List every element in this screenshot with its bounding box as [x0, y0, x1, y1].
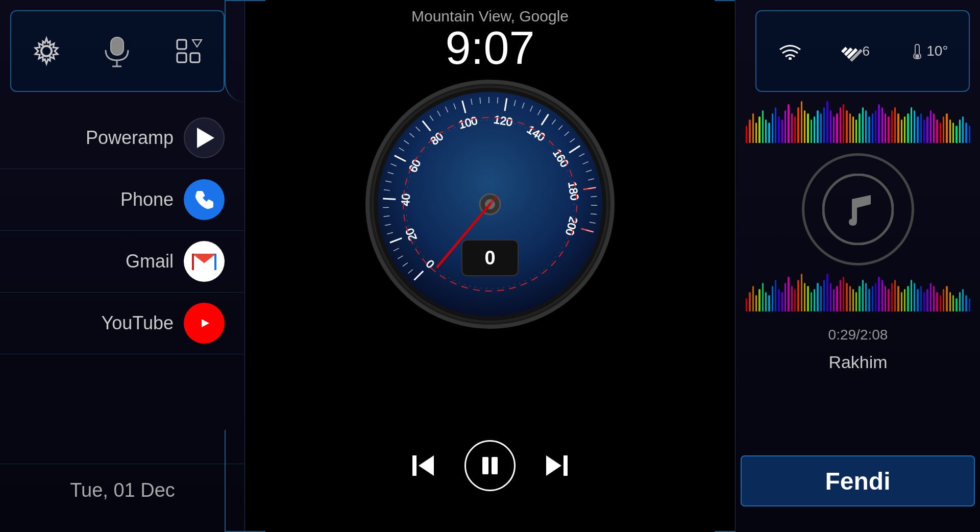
- song-name: Fendi: [825, 467, 891, 495]
- signal-count: 6: [863, 43, 870, 59]
- song-band[interactable]: Fendi: [741, 455, 975, 506]
- phone-icon[interactable]: [184, 179, 225, 220]
- phone-app-item[interactable]: Phone: [0, 169, 245, 231]
- next-button[interactable]: [541, 450, 572, 481]
- svg-rect-4: [177, 40, 186, 49]
- temperature-text: 10°: [926, 43, 948, 59]
- media-controls: [408, 440, 572, 491]
- gmail-icon[interactable]: [184, 241, 225, 282]
- svg-rect-1: [111, 37, 124, 55]
- center-panel: Mountain View, Google 9:07: [245, 0, 735, 532]
- svg-marker-103: [546, 455, 561, 476]
- signal-strength: 6: [844, 43, 870, 59]
- poweramp-icon[interactable]: [184, 117, 225, 158]
- pause-button[interactable]: [464, 440, 516, 491]
- right-curve-bottom-deco: [225, 430, 265, 532]
- svg-point-111: [823, 175, 893, 244]
- youtube-app-item[interactable]: YouTube: [0, 293, 245, 354]
- svg-rect-104: [564, 455, 568, 476]
- music-icon-area[interactable]: [802, 153, 914, 265]
- artist-text: Rakhim: [736, 352, 980, 372]
- svg-rect-101: [482, 457, 488, 474]
- svg-text:0: 0: [484, 247, 495, 269]
- youtube-label: YouTube: [102, 312, 174, 334]
- equalizer-bottom: [746, 271, 970, 311]
- svg-point-0: [41, 46, 52, 56]
- svg-line-86: [591, 197, 597, 197]
- svg-marker-99: [419, 455, 434, 476]
- left-panel: Poweramp Phone Gmail: [0, 0, 245, 532]
- poweramp-app-item[interactable]: Poweramp: [0, 107, 245, 169]
- gmail-app-item[interactable]: Gmail: [0, 231, 245, 293]
- date-text: Tue, 01 Dec: [70, 479, 175, 501]
- gmail-label: Gmail: [126, 251, 174, 272]
- equalizer-top: [746, 102, 970, 143]
- phone-label: Phone: [120, 189, 174, 210]
- svg-line-50: [383, 199, 390, 199]
- play-triangle: [197, 128, 214, 148]
- grid-button[interactable]: [170, 33, 206, 69]
- svg-rect-100: [412, 455, 416, 476]
- top-center: Mountain View, Google 9:07: [245, 0, 735, 71]
- svg-point-110: [915, 54, 919, 58]
- temperature-display: 10°: [911, 42, 948, 60]
- top-bar-right: 6 10°: [755, 10, 970, 92]
- date-display: Tue, 01 Dec: [0, 464, 245, 501]
- svg-rect-102: [492, 457, 498, 474]
- top-toolbar-left: [10, 10, 225, 92]
- svg-rect-7: [190, 53, 200, 62]
- poweramp-label: Poweramp: [86, 127, 174, 149]
- time-text: 9:07: [245, 25, 735, 71]
- svg-point-105: [789, 57, 792, 60]
- svg-marker-5: [192, 40, 202, 47]
- progress-text: 0:29/2:08: [736, 327, 980, 343]
- app-list: Poweramp Phone Gmail: [0, 107, 245, 354]
- prev-button[interactable]: [408, 450, 439, 481]
- svg-rect-6: [177, 53, 186, 62]
- settings-button[interactable]: [29, 33, 64, 69]
- right-panel: 6 10° 0:29/2:08 Rakhim Fendi: [735, 0, 980, 532]
- microphone-button[interactable]: [100, 33, 135, 69]
- speedometer: 120 140 160 180 200 100 80 60 40 20: [362, 77, 618, 332]
- youtube-icon[interactable]: [184, 303, 225, 344]
- svg-line-69: [498, 98, 498, 104]
- wifi-status: [777, 39, 803, 63]
